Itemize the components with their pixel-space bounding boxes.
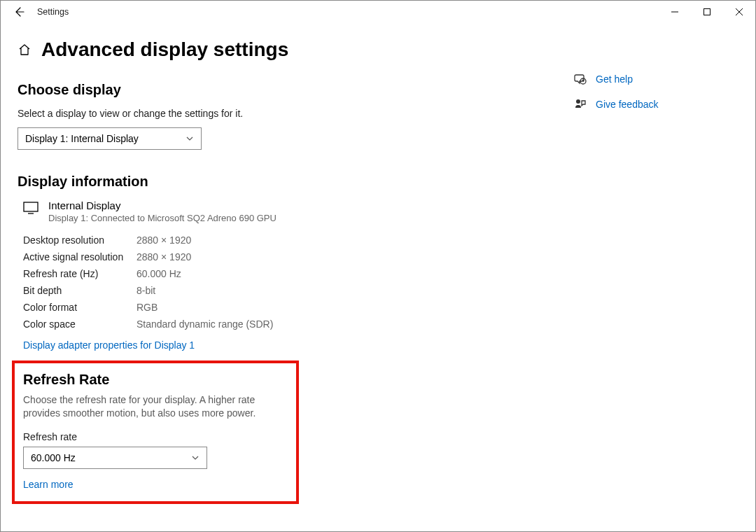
choose-display-desc: Select a display to view or change the s… [18,108,545,119]
close-icon [736,8,743,15]
spec-label: Desktop resolution [23,232,136,248]
titlebar: Settings [1,1,755,23]
svg-rect-0 [704,9,710,15]
monitor-icon [23,201,38,217]
window-title: Settings [34,7,69,17]
refresh-rate-value: 60.000 Hz [31,452,76,463]
spec-value: RGB [136,299,158,316]
spec-value: Standard dynamic range (SDR) [136,316,273,332]
spec-table: Desktop resolution 2880 × 1920 Active si… [18,232,545,332]
get-help-label: Get help [596,74,633,85]
spec-row-active-signal: Active signal resolution 2880 × 1920 [23,248,545,265]
spec-value: 2880 × 1920 [136,232,191,248]
spec-label: Bit depth [23,282,136,299]
spec-label: Refresh rate (Hz) [23,265,136,282]
arrow-left-icon [13,6,24,18]
home-icon[interactable] [18,43,31,57]
feedback-icon [573,97,587,111]
spec-value: 8-bit [136,282,155,299]
side-column: Get help Give feedback [573,38,734,504]
refresh-rate-heading: Refresh Rate [23,372,288,388]
spec-value: 2880 × 1920 [136,248,191,265]
svg-rect-1 [24,202,38,211]
choose-display-heading: Choose display [18,82,545,98]
refresh-rate-section: Refresh Rate Choose the refresh rate for… [12,360,299,504]
learn-more-link[interactable]: Learn more [23,479,74,490]
chevron-down-icon [191,454,200,462]
spec-row-color-format: Color format RGB [23,299,545,316]
minimize-button[interactable] [659,1,691,23]
maximize-button[interactable] [691,1,723,23]
content-area: Advanced display settings Choose display… [1,23,755,504]
titlebar-left: Settings [6,1,69,23]
page-header: Advanced display settings [18,38,545,61]
window-controls [659,1,755,23]
spec-value: 60.000 Hz [136,265,181,282]
spec-label: Active signal resolution [23,248,136,265]
refresh-rate-dropdown[interactable]: 60.000 Hz [23,447,207,469]
close-button[interactable] [723,1,755,23]
maximize-icon [704,8,710,15]
settings-window: Settings Advanced display settin [0,0,756,532]
spec-row-refresh-rate: Refresh rate (Hz) 60.000 Hz [23,265,545,282]
display-subtext: Display 1: Connected to Microsoft SQ2 Ad… [48,213,276,223]
display-select-dropdown[interactable]: Display 1: Internal Display [18,127,202,150]
spec-label: Color space [23,316,136,332]
get-help-link[interactable]: Get help [573,72,734,86]
give-feedback-label: Give feedback [596,99,659,110]
page-title: Advanced display settings [41,38,288,61]
help-icon [573,72,587,86]
adapter-properties-link[interactable]: Display adapter properties for Display 1 [23,340,195,351]
chevron-down-icon [186,134,194,143]
display-identity-row: Internal Display Display 1: Connected to… [18,200,545,223]
spec-row-bit-depth: Bit depth 8-bit [23,282,545,299]
minimize-icon [671,8,678,15]
refresh-rate-desc: Choose the refresh rate for your display… [23,393,288,420]
display-select-value: Display 1: Internal Display [25,133,139,144]
main-column: Advanced display settings Choose display… [18,38,545,504]
display-name: Internal Display [48,200,276,211]
spec-label: Color format [23,299,136,316]
display-info-heading: Display information [18,174,545,190]
spec-row-desktop-resolution: Desktop resolution 2880 × 1920 [23,232,545,248]
spec-row-color-space: Color space Standard dynamic range (SDR) [23,316,545,332]
svg-point-3 [576,99,580,104]
give-feedback-link[interactable]: Give feedback [573,97,734,111]
back-button[interactable] [6,1,31,23]
refresh-rate-field-label: Refresh rate [23,431,288,442]
